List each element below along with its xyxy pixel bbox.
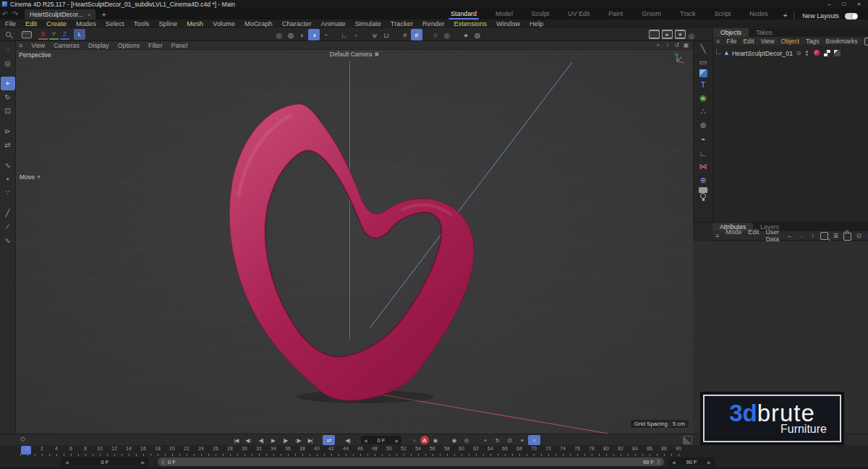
previous-key-button[interactable]: ◀○ [242, 435, 255, 445]
attributes-menu-item[interactable]: Edit [748, 228, 759, 243]
jump-start-button[interactable]: |◀ [230, 435, 242, 445]
next-frame-button[interactable]: |▶ [279, 435, 292, 445]
objects-menu-item[interactable]: Object [781, 38, 799, 45]
menu-item[interactable]: Select [106, 20, 124, 27]
objects-menu-item[interactable]: Edit [743, 38, 754, 45]
make-editable-icon[interactable] [22, 31, 32, 38]
smooth-spline-tool[interactable]: ∿ [1, 233, 15, 247]
objects-panel-tab[interactable]: Takes [749, 28, 779, 37]
frame-ruler[interactable]: 0246810121416182022242628303234363840424… [20, 446, 686, 451]
render-picture-viewer-button[interactable]: ▸ [662, 30, 673, 39]
objects-menu-item[interactable]: File [726, 38, 736, 45]
scale-tool[interactable]: ⊡ [1, 104, 15, 118]
jump-end-button[interactable]: ▶| [304, 435, 316, 445]
menu-item[interactable]: Animate [321, 20, 346, 27]
spinner-left-icon[interactable]: ◀ [65, 460, 69, 465]
layout-tab[interactable]: Model [486, 9, 522, 20]
menu-item[interactable]: Character [282, 20, 312, 27]
spline-arc-tool[interactable]: ∿ [1, 158, 15, 172]
deformer-icon[interactable]: ⊛ [695, 119, 711, 132]
menu-item[interactable]: Tools [134, 20, 150, 27]
rotate-keys-button[interactable]: ↻ [491, 435, 503, 445]
record-position-button[interactable]: ◉ [448, 435, 460, 445]
y-axis-lock-button[interactable]: Y [49, 30, 59, 40]
viewport-menu-item[interactable]: Panel [171, 42, 188, 49]
move-tool[interactable]: + [1, 77, 15, 90]
record-options-button[interactable]: ● [408, 435, 420, 445]
isoparm-mode-icon[interactable]: ◎ [273, 29, 285, 40]
timeline-mode-icon[interactable] [683, 436, 692, 444]
forward-icon[interactable]: → [797, 232, 805, 240]
menu-item[interactable]: Volume [213, 20, 235, 27]
axis-modification-icon[interactable]: ∟ [339, 29, 350, 40]
menu-item[interactable]: Tracker [391, 20, 413, 27]
viewport-menu-item[interactable]: Filter [148, 42, 163, 49]
frame-down-icon[interactable]: ◀ [364, 438, 367, 443]
menu-item[interactable]: Mesh [187, 20, 203, 27]
pan-icon[interactable]: + [654, 41, 662, 49]
objects-panel-tab[interactable]: Objects [713, 28, 749, 37]
normals-mode-icon[interactable]: ◍ [285, 29, 297, 40]
maximize-button[interactable]: □ [842, 1, 846, 7]
search-icon[interactable] [820, 232, 828, 240]
spline-pen-icon[interactable]: ╲ [695, 42, 711, 56]
previous-frame-button[interactable]: ◀| [255, 435, 267, 445]
menu-item[interactable]: Render [422, 20, 445, 27]
attributes-menu-item[interactable]: User Data [765, 228, 779, 243]
camera-icon[interactable] [699, 187, 707, 193]
close-tab-icon[interactable]: × [88, 12, 91, 18]
phong-tag-icon[interactable] [834, 50, 841, 56]
orbit-icon[interactable]: ↺ [673, 41, 681, 49]
viewport-menu-item[interactable]: View [31, 42, 45, 49]
keyframe-diamond-icon[interactable]: ◇ [20, 435, 25, 442]
outline-selection-icon[interactable]: ◍ [472, 29, 483, 40]
move-keys-button[interactable]: + [479, 435, 491, 445]
range-end-grip[interactable] [658, 460, 660, 465]
menu-item[interactable]: Simulate [355, 20, 381, 27]
viewport-canvas[interactable]: Perspective Default Camera ▣ Move + Grid… [16, 50, 693, 434]
new-layouts-toggle[interactable] [845, 13, 858, 20]
range-start-grip[interactable] [162, 460, 164, 465]
document-tab[interactable]: HeartSculptDecor... × [25, 9, 95, 20]
spinner-right-icon[interactable]: ▶ [707, 460, 711, 465]
material-tag-icon[interactable] [814, 50, 820, 56]
active-shading-icon[interactable]: ◑ [308, 29, 320, 40]
parameter-keys-button[interactable]: ≡ [516, 435, 528, 445]
loop-selection-icon[interactable]: ◎ [441, 29, 453, 40]
search-icon[interactable] [0, 32, 16, 37]
redo-icon[interactable]: ↷ [10, 9, 20, 20]
viewport-menu-item[interactable]: Cameras [54, 42, 80, 49]
tweak-tool[interactable]: ◎ [1, 56, 15, 70]
attributes-menu-item[interactable]: Mode [726, 228, 741, 243]
tessellate-icon[interactable]: ⊔ [380, 29, 392, 40]
new-document-tab-button[interactable]: + [101, 9, 106, 20]
subdivision-surface-icon[interactable]: ◉ [695, 91, 711, 105]
toggle-view-icon[interactable]: ▣ [682, 41, 690, 49]
snap-button[interactable]: ∩ [528, 435, 540, 445]
close-button[interactable]: × [857, 1, 861, 7]
new-layouts-label[interactable]: New Layouts [795, 12, 845, 20]
menu-item[interactable]: Modes [76, 20, 96, 27]
menu-item[interactable]: Help [529, 20, 543, 27]
undo-icon[interactable]: ↶ [0, 9, 10, 20]
motext-icon[interactable]: T [695, 77, 711, 91]
autokey-button[interactable]: A [420, 436, 429, 444]
z-axis-lock-button[interactable]: Z [60, 30, 69, 40]
spinner-left-icon[interactable]: ◀ [672, 460, 676, 465]
menu-item[interactable]: MoGraph [244, 20, 273, 27]
spline-rectangle-icon[interactable]: ▭ [695, 56, 711, 69]
view-label[interactable]: Perspective [19, 51, 51, 59]
ring-selection-icon[interactable]: ○ [430, 29, 441, 40]
editor-render-dots[interactable] [806, 51, 808, 56]
play-mode-button[interactable]: ⇄ [323, 435, 335, 445]
objects-menu-item[interactable]: Bookmarks [826, 38, 858, 45]
frame-up-icon[interactable]: ▶ [395, 438, 399, 443]
menu-item[interactable]: Window [496, 20, 520, 27]
brush-tool[interactable]: ╱ [1, 206, 15, 220]
point-mode-icon[interactable]: ▪ [1, 172, 15, 186]
visibility-icon[interactable]: ⊙ [795, 50, 802, 57]
workplane-icon[interactable]: ▫ [350, 29, 362, 40]
object-tree-row[interactable]: ▲ HeartSculptDecor_01 ⊙ [713, 48, 868, 58]
search-icon[interactable] [864, 38, 868, 46]
untriangulate-icon[interactable]: ⊎ [369, 29, 380, 40]
